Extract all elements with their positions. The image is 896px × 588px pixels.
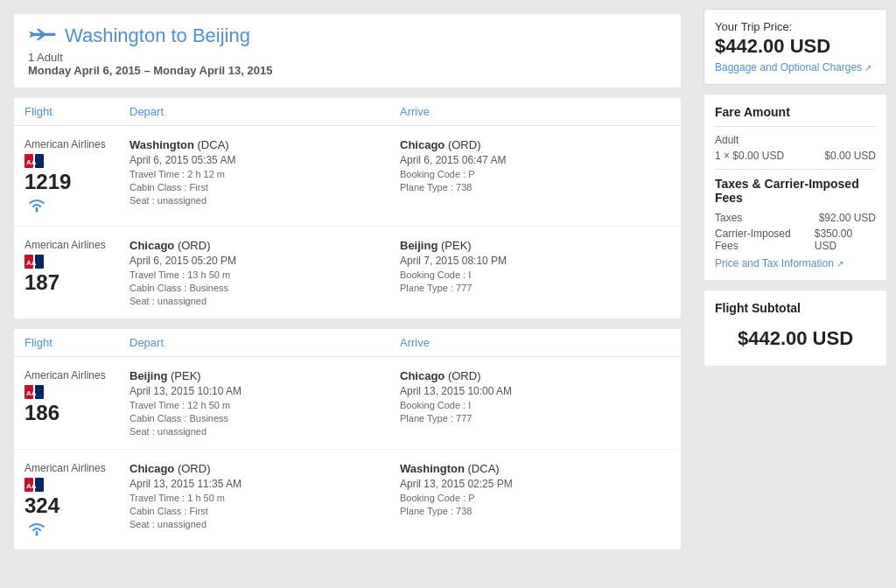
col-flight-label: Flight bbox=[24, 336, 130, 349]
booking-code: Booking Code : P bbox=[400, 493, 670, 503]
return-header: Flight Depart Arrive bbox=[14, 329, 681, 357]
col-flight-label: Flight bbox=[24, 105, 130, 118]
cabin-class: Cabin Class : Business bbox=[130, 413, 400, 424]
flight-number: 186 bbox=[24, 402, 130, 424]
seat: Seat : unassigned bbox=[130, 296, 400, 306]
depart-info-186: Beijing (PEK) April 13, 2015 10:10 AM Tr… bbox=[130, 369, 400, 437]
svg-text:AA: AA bbox=[26, 158, 37, 166]
taxes-row: Taxes $92.00 USD bbox=[715, 212, 876, 224]
table-row: American Airlines AA 1219 bbox=[14, 126, 681, 227]
booking-code: Booking Code : I bbox=[400, 270, 670, 280]
depart-datetime: April 6, 2015 05:20 PM bbox=[130, 255, 400, 267]
table-row: American Airlines AA 324 bbox=[14, 450, 681, 550]
taxes-amount: $92.00 USD bbox=[819, 212, 876, 224]
col-depart-label: Depart bbox=[130, 105, 400, 118]
depart-info-1219: Washington (DCA) April 6, 2015 05:35 AM … bbox=[130, 138, 400, 214]
airline-name: American Airlines bbox=[24, 462, 130, 474]
svg-text:AA: AA bbox=[26, 389, 37, 397]
depart-info-187: Chicago (ORD) April 6, 2015 05:20 PM Tra… bbox=[130, 239, 400, 306]
svg-text:AA: AA bbox=[26, 482, 37, 490]
plane-icon bbox=[28, 27, 56, 45]
cabin-class: Cabin Class : First bbox=[130, 506, 400, 516]
arrive-datetime: April 7, 2015 08:10 PM bbox=[400, 255, 670, 267]
travel-time: Travel Time : 12 h 50 m bbox=[130, 400, 400, 410]
depart-datetime: April 6, 2015 05:35 AM bbox=[130, 154, 400, 166]
aa-logo-icon: AA bbox=[24, 478, 44, 492]
airline-info-324: American Airlines AA 324 bbox=[24, 462, 130, 537]
airline-info-186: American Airlines AA 186 bbox=[24, 369, 130, 437]
outbound-flight-card: Flight Depart Arrive American Airlines A… bbox=[14, 98, 681, 318]
aa-logo-icon: AA bbox=[24, 385, 44, 399]
airline-name: American Airlines bbox=[24, 239, 130, 251]
adult-formula: 1 × $0.00 USD bbox=[715, 150, 784, 162]
trip-header: Washington to Beijing 1 Adult Monday Apr… bbox=[14, 14, 681, 88]
price-tax-info-text: Price and Tax Information bbox=[715, 257, 834, 270]
airline-info-187: American Airlines AA 187 bbox=[24, 239, 130, 306]
baggage-link-text: Baggage and Optional Charges bbox=[715, 61, 862, 74]
aa-logo-icon: AA bbox=[24, 255, 44, 269]
carrier-fees-label: Carrier-Imposed Fees bbox=[715, 228, 815, 252]
depart-datetime: April 13, 2015 10:10 AM bbox=[130, 385, 400, 397]
booking-code: Booking Code : P bbox=[400, 169, 670, 179]
svg-text:AA: AA bbox=[26, 259, 37, 267]
wifi-icon bbox=[24, 520, 49, 537]
taxes-title: Taxes & Carrier-Imposed Fees bbox=[715, 177, 876, 205]
price-tax-info-link[interactable]: Price and Tax Information ↗ bbox=[715, 257, 876, 270]
arrive-info-186: Chicago (ORD) April 13, 2015 10:00 AM Bo… bbox=[400, 369, 670, 437]
fare-amount-title: Fare Amount bbox=[715, 105, 876, 127]
col-arrive-label: Arrive bbox=[400, 105, 670, 118]
subtotal-label: Flight Subtotal bbox=[715, 301, 876, 315]
trip-price-card: Your Trip Price: $442.00 USD Baggage and… bbox=[704, 9, 887, 85]
depart-info-324: Chicago (ORD) April 13, 2015 11:35 AM Tr… bbox=[130, 462, 400, 537]
arrive-datetime: April 13, 2015 10:00 AM bbox=[400, 385, 670, 397]
seat: Seat : unassigned bbox=[130, 195, 400, 206]
airline-info-1219: American Airlines AA 1219 bbox=[24, 138, 130, 214]
fare-amount-card: Fare Amount Adult 1 × $0.00 USD $0.00 US… bbox=[704, 94, 887, 281]
trip-title: Washington to Beijing bbox=[65, 24, 250, 47]
carrier-fees-amount: $350.00 USD bbox=[815, 228, 876, 252]
trip-price-label: Your Trip Price: bbox=[715, 20, 876, 33]
svg-point-13 bbox=[36, 534, 38, 536]
adult-total: $0.00 USD bbox=[824, 150, 876, 162]
plane-type: Plane Type : 777 bbox=[400, 283, 670, 293]
arrive-datetime: April 13, 2015 02:25 PM bbox=[400, 478, 670, 490]
carrier-fees-row: Carrier-Imposed Fees $350.00 USD bbox=[715, 228, 876, 252]
travel-time: Travel Time : 13 h 50 m bbox=[130, 270, 400, 280]
col-arrive-label: Arrive bbox=[400, 336, 670, 349]
arrive-info-324: Washington (DCA) April 13, 2015 02:25 PM… bbox=[400, 462, 670, 537]
subtotal-price: $442.00 USD bbox=[715, 322, 876, 355]
cabin-class: Cabin Class : Business bbox=[130, 283, 400, 293]
fare-divider bbox=[715, 169, 876, 170]
svg-point-3 bbox=[36, 210, 38, 213]
travel-time: Travel Time : 1 h 50 m bbox=[130, 493, 400, 503]
flight-number: 324 bbox=[24, 495, 130, 516]
airline-name: American Airlines bbox=[24, 369, 130, 382]
travel-time: Travel Time : 2 h 12 m bbox=[130, 169, 400, 179]
baggage-link[interactable]: Baggage and Optional Charges ↗ bbox=[715, 61, 876, 74]
return-flight-card: Flight Depart Arrive American Airlines A… bbox=[14, 329, 681, 550]
depart-datetime: April 13, 2015 11:35 AM bbox=[130, 478, 400, 490]
trip-price-value: $442.00 USD bbox=[715, 35, 876, 58]
col-depart-label: Depart bbox=[130, 336, 400, 349]
flight-number: 187 bbox=[24, 272, 130, 293]
table-row: American Airlines AA 187 Chicago (ORD) A… bbox=[14, 227, 681, 318]
arrive-datetime: April 6, 2015 06:47 AM bbox=[400, 154, 670, 166]
booking-code: Booking Code : I bbox=[400, 400, 670, 410]
seat: Seat : unassigned bbox=[130, 426, 400, 437]
trip-dates: Monday April 6, 2015 – Monday April 13, … bbox=[28, 64, 667, 77]
adult-fare-row: 1 × $0.00 USD $0.00 USD bbox=[715, 150, 876, 162]
sidebar: Your Trip Price: $442.00 USD Baggage and… bbox=[695, 0, 896, 588]
plane-type: Plane Type : 738 bbox=[400, 182, 670, 192]
trip-passengers: 1 Adult bbox=[28, 51, 667, 64]
cabin-class: Cabin Class : First bbox=[130, 182, 400, 192]
aa-logo-icon: AA bbox=[24, 154, 44, 168]
subtotal-card: Flight Subtotal $442.00 USD bbox=[704, 290, 887, 367]
seat: Seat : unassigned bbox=[130, 519, 400, 529]
flight-number: 1219 bbox=[24, 172, 130, 192]
outbound-header: Flight Depart Arrive bbox=[14, 98, 681, 126]
plane-type: Plane Type : 777 bbox=[400, 413, 670, 424]
adult-label: Adult bbox=[715, 134, 876, 146]
arrive-info-1219: Chicago (ORD) April 6, 2015 06:47 AM Boo… bbox=[400, 138, 670, 214]
external-link-icon: ↗ bbox=[864, 63, 872, 73]
external-link-icon: ↗ bbox=[836, 259, 844, 269]
